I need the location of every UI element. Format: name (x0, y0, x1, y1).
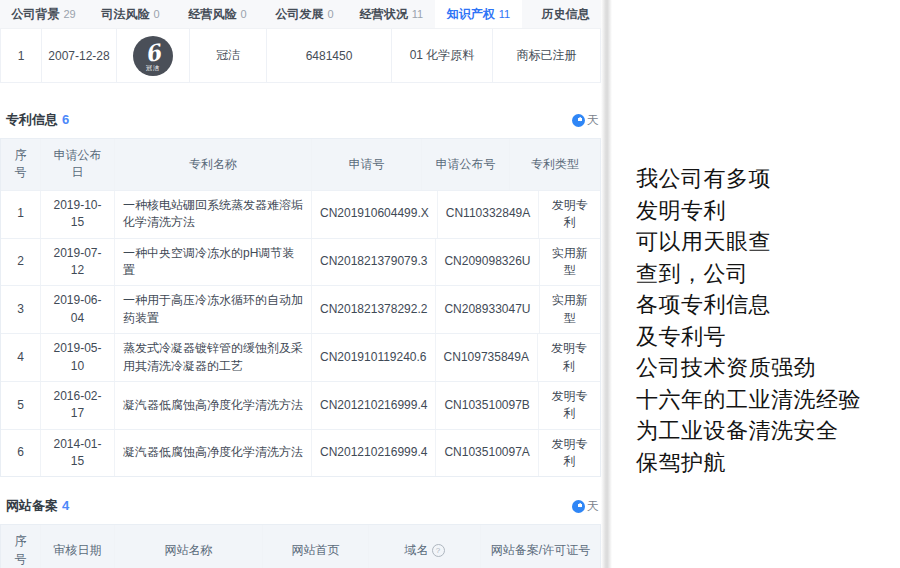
annotation-text: 我公司有多项 发明专利 可以用天眼查 查到，公司 各项专利信息 及专利号 公司技… (636, 163, 894, 478)
tab-count: 11 (412, 8, 423, 20)
patent-pub-no: CN110332849A (438, 191, 540, 238)
annotation-line: 十六年的工业清洗经验 (636, 384, 894, 416)
tianyancha-watermark: 天 (572, 112, 599, 129)
page: 公司背景 29 司法风险 0 经营风险 0 公司发展 0 经营状况 11 知识产… (0, 0, 900, 568)
annotation-line: 保驾护航 (636, 447, 894, 479)
column-header: 网站备案/许可证号 (481, 525, 600, 568)
table-row: 2 2019-07-12 一种中央空调冷冻水的pH调节装置 CN20182137… (1, 238, 600, 286)
trademark-category: 01 化学原料 (392, 29, 493, 82)
patent-name: 蒸发式冷凝器镀锌管的缓蚀剂及采用其清洗冷凝器的工艺 (115, 334, 312, 381)
tab-company-development[interactable]: 公司发展 0 (261, 0, 348, 28)
patent-pub-date: 2019-05-10 (41, 334, 115, 381)
column-header: 专利名称 (115, 139, 312, 190)
table-row: 3 2019-06-04 一种用于高压冷冻水循环的自动加药装置 CN201821… (1, 285, 600, 333)
column-header: 审核日期 (41, 525, 115, 568)
tianyancha-watermark: 天 (572, 498, 599, 515)
patent-app-no: CN201821378292.2 (312, 286, 436, 333)
patent-app-no: CN201910604499.X (312, 191, 438, 238)
patent-count-badge: 6 (62, 112, 69, 127)
column-header: 申请公布号 (422, 139, 510, 190)
tab-label: 经营状况 (360, 6, 408, 23)
patent-app-no: CN201821379079.3 (312, 239, 436, 286)
patent-pub-no: CN103510097A (436, 430, 538, 477)
patent-section-title: 专利信息6 (6, 111, 69, 129)
row-index: 3 (1, 286, 41, 333)
patent-pub-date: 2016-02-17 (41, 382, 115, 429)
table-row: 5 2016-02-17 凝汽器低腐蚀高净度化学清洗方法 CN201210216… (1, 381, 600, 429)
patent-app-no: CN201210216999.4 (312, 430, 436, 477)
patent-type: 实用新型 (540, 239, 601, 286)
trademark-logo-cell: 6 冠洁 (117, 29, 190, 82)
patent-name: 凝汽器低腐蚀高净度化学清洗方法 (115, 382, 312, 429)
patent-name: 凝汽器低腐蚀高净度化学清洗方法 (115, 430, 312, 477)
tianyancha-eye-icon (572, 500, 585, 513)
annotation-line: 及专利号 (636, 321, 894, 353)
tab-operation-status[interactable]: 经营状况 11 (348, 0, 435, 28)
column-header: 网站首页 (263, 525, 369, 568)
tianyancha-panel: 公司背景 29 司法风险 0 经营风险 0 公司发展 0 经营状况 11 知识产… (0, 0, 601, 568)
tab-label: 历史信息 (542, 6, 590, 23)
patent-app-no: CN201210216999.4 (312, 382, 436, 429)
trademark-logo-icon: 6 冠洁 (133, 36, 173, 76)
row-index: 5 (1, 382, 41, 429)
tab-count: 11 (499, 8, 510, 20)
row-index: 6 (1, 430, 41, 477)
patent-type: 发明专利 (539, 191, 600, 238)
tab-intellectual-property[interactable]: 知识产权 11 (435, 0, 522, 28)
patent-pub-date: 2019-07-12 (41, 239, 115, 286)
tab-label: 公司背景 (11, 6, 59, 23)
column-header: 申请公布日 (41, 139, 115, 190)
column-header: 序号 (1, 139, 41, 190)
tianyancha-eye-icon (572, 114, 585, 127)
info-icon[interactable] (432, 544, 445, 557)
patent-pub-date: 2019-10-15 (41, 191, 115, 238)
tab-history-info[interactable]: 历史信息 (522, 0, 601, 28)
tab-count: 0 (327, 8, 333, 20)
website-section-title: 网站备案4 (6, 497, 69, 515)
patent-name: 一种中央空调冷冻水的pH调节装置 (115, 239, 312, 286)
patent-pub-no: CN109735849A (436, 334, 538, 381)
patent-table: 序号 申请公布日 专利名称 申请号 申请公布号 专利类型 1 2019-10-1… (0, 138, 601, 477)
trademark-logo-label: 冠洁 (133, 64, 173, 73)
tab-operation-risk[interactable]: 经营风险 0 (174, 0, 261, 28)
tab-judicial-risk[interactable]: 司法风险 0 (87, 0, 174, 28)
annotation-line: 我公司有多项 (636, 163, 894, 195)
annotation-line: 为工业设备清洗安全 (636, 415, 894, 447)
tab-label: 知识产权 (447, 6, 495, 23)
patent-pub-no: CN103510097B (436, 382, 538, 429)
tab-count: 0 (153, 8, 159, 20)
trademark-reg-number: 6481450 (267, 29, 392, 82)
row-index: 4 (1, 334, 41, 381)
website-table: 序号 审核日期 网站名称 网站首页 域名 网站备案/许可证号 1 2020-05… (0, 524, 601, 568)
tab-label: 公司发展 (275, 6, 323, 23)
column-header: 序号 (1, 525, 41, 568)
annotation-line: 查到，公司 (636, 258, 894, 290)
patent-name: 一种用于高压冷冻水循环的自动加药装置 (115, 286, 312, 333)
trademark-date: 2007-12-28 (42, 29, 117, 82)
website-section-header: 网站备案4 天 (0, 497, 601, 515)
row-index: 1 (0, 29, 42, 82)
patent-section-header: 专利信息6 天 (0, 111, 601, 129)
annotation-line: 各项专利信息 (636, 289, 894, 321)
tab-label: 司法风险 (101, 6, 149, 23)
patent-name: 一种核电站硼回系统蒸发器难溶垢化学清洗方法 (115, 191, 312, 238)
column-header-domain: 域名 (369, 525, 481, 568)
row-index: 2 (1, 239, 41, 286)
patent-pub-no: CN209098326U (436, 239, 539, 286)
patent-pub-date: 2019-06-04 (41, 286, 115, 333)
tab-label: 经营风险 (188, 6, 236, 23)
table-row: 1 2019-10-15 一种核电站硼回系统蒸发器难溶垢化学清洗方法 CN201… (1, 190, 600, 238)
patent-type: 发明专利 (538, 334, 600, 381)
trademark-name: 冠洁 (190, 29, 267, 82)
patent-pub-date: 2014-01-15 (41, 430, 115, 477)
column-header: 专利类型 (510, 139, 600, 190)
website-table-header: 序号 审核日期 网站名称 网站首页 域名 网站备案/许可证号 (1, 525, 600, 568)
tab-company-background[interactable]: 公司背景 29 (0, 0, 87, 28)
column-header: 网站名称 (115, 525, 263, 568)
tab-count: 29 (63, 8, 75, 20)
table-row: 6 2014-01-15 凝汽器低腐蚀高净度化学清洗方法 CN201210216… (1, 429, 600, 477)
patent-type: 发明专利 (539, 382, 600, 429)
vertical-divider (601, 0, 612, 568)
tab-bar: 公司背景 29 司法风险 0 经营风险 0 公司发展 0 经营状况 11 知识产… (0, 0, 601, 29)
tab-count: 0 (240, 8, 246, 20)
